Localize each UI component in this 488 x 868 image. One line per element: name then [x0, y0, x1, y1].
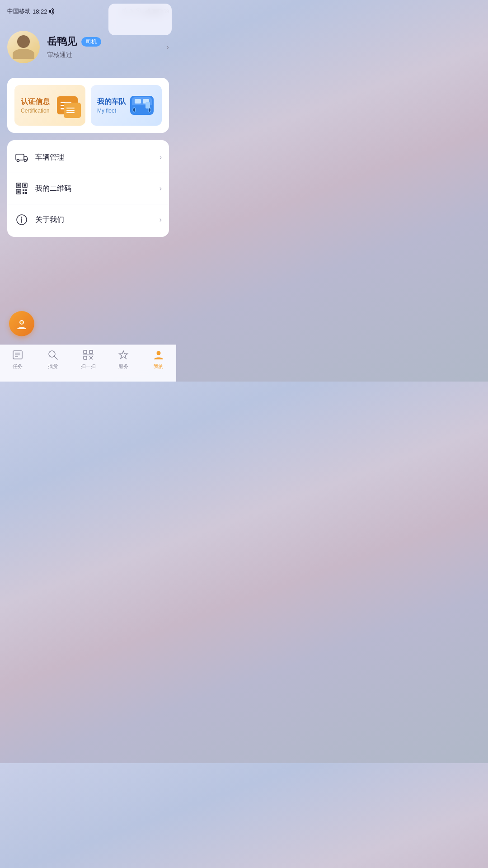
svg-point-33 [49, 351, 55, 357]
tab-tasks-label: 任务 [13, 363, 23, 370]
tab-mine-icon [152, 349, 165, 361]
cert-icon [56, 94, 79, 117]
tab-mine-label: 我的 [154, 363, 164, 370]
svg-rect-17 [24, 184, 26, 187]
support-icon [14, 316, 29, 331]
svg-rect-35 [84, 350, 87, 354]
svg-rect-15 [18, 184, 20, 187]
cert-icon-overlay [64, 103, 81, 118]
profile-name: 岳鸭见 [47, 35, 77, 48]
status-left: 中国移动 18:22 [7, 7, 56, 15]
avatar-shoulders [13, 49, 34, 59]
audio-icon [49, 8, 56, 14]
tab-item-tasks[interactable]: 任务 [0, 349, 35, 370]
card-panel: 认证信息 Certification 我的车队 My fle [7, 78, 169, 133]
tab-scan-icon [82, 349, 94, 361]
cert-line-sm-2 [66, 110, 75, 111]
cert-subtitle: Certification [21, 108, 50, 114]
bus-bottom [130, 105, 154, 115]
svg-rect-36 [89, 350, 93, 354]
carrier-text: 中国移动 [7, 7, 31, 15]
tab-findcargo-label: 找货 [48, 363, 58, 370]
svg-rect-22 [23, 192, 24, 194]
profile-name-row: 岳鸭见 司机 [47, 35, 166, 48]
qrcode-label: 我的二维码 [35, 184, 160, 193]
svg-line-34 [55, 357, 58, 360]
fleet-card[interactable]: 我的车队 My fleet [91, 85, 162, 126]
qrcode-arrow: › [160, 184, 162, 193]
profile-status: 审核通过 [47, 51, 166, 59]
about-label: 关于我们 [35, 215, 160, 225]
svg-point-13 [24, 160, 27, 162]
svg-rect-19 [18, 191, 20, 193]
tab-scan-label: 扫一扫 [81, 363, 96, 370]
cert-text: 认证信息 Certification [21, 97, 50, 114]
bus-body [130, 96, 154, 115]
tab-service-label: 服务 [118, 363, 128, 370]
fleet-title: 我的车队 [97, 97, 126, 107]
vehicle-label: 车辆管理 [35, 153, 160, 162]
driver-badge: 司机 [81, 37, 101, 47]
svg-rect-20 [23, 189, 24, 191]
cert-line-sm-3 [66, 112, 75, 113]
bus-window-1 [135, 99, 141, 104]
bus-door [145, 102, 150, 108]
vehicle-arrow: › [160, 153, 162, 161]
info-icon [14, 212, 29, 227]
svg-point-26 [21, 217, 22, 217]
tab-item-findcargo[interactable]: 找货 [35, 349, 70, 370]
profile-info: 岳鸭见 司机 审核通过 [47, 35, 166, 59]
fleet-icon [128, 94, 155, 117]
time-text: 18:22 [33, 8, 47, 15]
main-content: 岳鸭见 司机 审核通过 › 认证信息 Certification [0, 20, 176, 248]
tab-tasks-icon [11, 349, 24, 361]
truck-icon [14, 150, 29, 165]
tab-item-service[interactable]: 服务 [106, 349, 141, 370]
fleet-subtitle: My fleet [97, 108, 126, 114]
notification-popup [108, 4, 172, 35]
tab-bar: 任务 找货 扫一扫 [0, 344, 176, 382]
tab-item-scan[interactable]: 扫一扫 [70, 349, 106, 370]
profile-arrow[interactable]: › [166, 42, 169, 52]
tab-findcargo-icon [47, 349, 59, 361]
avatar [7, 31, 40, 63]
avatar-body [13, 35, 34, 59]
svg-rect-23 [25, 192, 27, 194]
svg-point-41 [157, 351, 161, 355]
fleet-text: 我的车队 My fleet [97, 97, 126, 114]
menu-item-vehicle[interactable]: 车辆管理 › [7, 142, 169, 173]
certification-card[interactable]: 认证信息 Certification [14, 85, 85, 126]
avatar-head [17, 35, 30, 48]
menu-item-qrcode[interactable]: 我的二维码 › [7, 173, 169, 204]
menu-item-about[interactable]: 关于我们 › [7, 204, 169, 235]
about-arrow: › [160, 216, 162, 224]
cert-title: 认证信息 [21, 97, 50, 107]
menu-list: 车辆管理 › 我的二维码 › [7, 140, 169, 237]
support-float-button[interactable] [9, 311, 34, 336]
bus-wheel-1 [132, 107, 136, 113]
svg-rect-21 [25, 189, 27, 191]
svg-point-28 [20, 321, 23, 324]
svg-rect-0 [49, 10, 51, 13]
qr-icon [14, 181, 29, 196]
tab-item-mine[interactable]: 我的 [141, 349, 176, 370]
svg-point-12 [17, 160, 19, 162]
tab-service-icon [117, 349, 130, 361]
svg-rect-11 [16, 154, 24, 160]
svg-rect-37 [84, 356, 87, 359]
cert-line-sm-1 [66, 108, 75, 108]
